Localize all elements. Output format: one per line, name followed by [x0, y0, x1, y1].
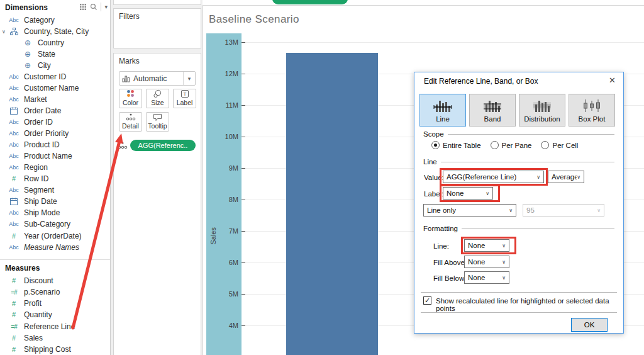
- field-p-scenario[interactable]: =#p.Scenario: [0, 286, 109, 298]
- view-as-grid-icon[interactable]: [79, 3, 87, 11]
- dialog-separator: [421, 312, 617, 313]
- label-button[interactable]: T Label: [173, 89, 196, 108]
- field-shipping-cost[interactable]: #Shipping Cost: [0, 344, 109, 355]
- dialog-titlebar[interactable]: Edit Reference Line, Band, or Box ✕: [414, 72, 623, 89]
- field-discount[interactable]: #Discount: [0, 275, 109, 286]
- field-reference-line[interactable]: =#Reference Line: [0, 321, 109, 332]
- field-segment[interactable]: AbcSegment: [0, 184, 109, 196]
- radio-per-cell[interactable]: Per Cell: [541, 141, 578, 149]
- shelf-cards-column: Filters Marks Automatic ▾ Color Size T L…: [111, 0, 203, 355]
- tab-line[interactable]: Line: [419, 94, 466, 127]
- value-dropdown-text: AGG(Reference Line): [447, 173, 516, 181]
- combo-caret-icon: ∨: [536, 174, 540, 180]
- field-city[interactable]: ⊕City: [0, 60, 109, 71]
- pane-menu-caret-icon[interactable]: ▾: [104, 4, 108, 10]
- line-style-dropdown[interactable]: Line only ∨: [423, 204, 516, 217]
- field-market[interactable]: AbcMarket: [0, 94, 109, 105]
- number-field-icon: #: [8, 175, 20, 183]
- radio-icon: [491, 141, 499, 149]
- field-label: City: [38, 61, 51, 70]
- tab-distribution[interactable]: Distribution: [519, 94, 565, 127]
- combo-caret-icon: ∨: [502, 243, 506, 249]
- bar-chart-icon: [122, 75, 130, 82]
- field-sales[interactable]: #Sales: [0, 332, 109, 344]
- field-row-id[interactable]: #Row ID: [0, 173, 109, 184]
- line-section-title: Line: [423, 158, 437, 166]
- y-axis-tick: [242, 74, 245, 74]
- hierarchy-icon: [8, 28, 20, 35]
- field-order-date[interactable]: Order Date: [0, 105, 109, 116]
- recalculated-line-checkbox[interactable]: ✓: [423, 296, 431, 305]
- value-dropdown[interactable]: AGG(Reference Line) ∨: [443, 171, 544, 183]
- search-icon[interactable]: [90, 3, 97, 11]
- sales-bar[interactable]: [286, 53, 378, 355]
- y-axis-tick-label: 8M: [208, 196, 238, 203]
- radio-entire-table[interactable]: Entire Table: [431, 141, 481, 149]
- detail-button[interactable]: Detail: [119, 112, 142, 132]
- field-customer-name[interactable]: AbcCustomer Name: [0, 82, 109, 94]
- filters-shelf[interactable]: Filters: [113, 8, 201, 48]
- field-profit[interactable]: #Profit: [0, 298, 109, 309]
- field-quantity[interactable]: #Quantity: [0, 309, 109, 320]
- size-label: Size: [151, 99, 164, 106]
- field-ship-date[interactable]: Ship Date: [0, 196, 109, 207]
- tab-box-plot[interactable]: Box Plot: [569, 94, 615, 127]
- distribution-tab-icon: [532, 98, 552, 113]
- fill-below-dropdown[interactable]: None ∨: [464, 271, 509, 284]
- band-tab-icon: [482, 98, 502, 113]
- number-field-icon: #: [8, 346, 20, 353]
- y-axis-tick: [242, 42, 245, 43]
- field-product-id[interactable]: AbcProduct ID: [0, 139, 109, 150]
- y-axis-tick-label: 6M: [208, 259, 238, 266]
- ok-button[interactable]: OK: [571, 318, 608, 332]
- calculated-number-field-icon: =#: [8, 324, 20, 330]
- data-pane: Dimensions ▾ AbcCategory ∨Country, State…: [0, 0, 111, 355]
- field-label: Quantity: [24, 310, 52, 319]
- tab-band[interactable]: Band: [469, 94, 516, 127]
- field-order-priority[interactable]: AbcOrder Priority: [0, 128, 109, 139]
- fill-above-label: Fill Above:: [433, 259, 467, 266]
- field-region[interactable]: AbcRegion: [0, 162, 109, 173]
- field-sub-category[interactable]: AbcSub-Category: [0, 218, 109, 230]
- detail-mark-icon: [118, 142, 128, 150]
- rows-shelf-pill-cutoff[interactable]: [272, 0, 348, 4]
- field-category[interactable]: AbcCategory: [0, 14, 109, 26]
- tab-label: Distribution: [524, 115, 560, 123]
- field-measure-names[interactable]: AbcMeasure Names: [0, 242, 109, 253]
- reference-line-pill[interactable]: AGG(Referenc..: [130, 140, 196, 151]
- calendar-icon: [8, 107, 20, 115]
- radio-label: Entire Table: [443, 142, 481, 149]
- label-dropdown[interactable]: None ∨: [443, 187, 493, 200]
- box-plot-tab-icon: [582, 98, 602, 113]
- size-button[interactable]: Size: [146, 89, 169, 108]
- radio-per-pane[interactable]: Per Pane: [491, 141, 532, 149]
- field-product-name[interactable]: AbcProduct Name: [0, 150, 109, 162]
- fill-above-text: None: [468, 258, 486, 266]
- close-icon[interactable]: ✕: [609, 76, 616, 85]
- color-button[interactable]: Color: [119, 89, 142, 108]
- format-line-dropdown[interactable]: None ∨: [464, 239, 509, 252]
- y-axis-tick: [242, 262, 245, 263]
- field-year-orderdate[interactable]: #Year (OrderDate): [0, 230, 109, 242]
- measures-divider: [0, 259, 110, 260]
- tooltip-label: Tooltip: [148, 122, 167, 130]
- label-label: Label: [177, 99, 193, 106]
- fill-above-dropdown[interactable]: None ∨: [464, 256, 509, 268]
- field-customer-id[interactable]: AbcCustomer ID: [0, 71, 109, 82]
- field-order-id[interactable]: AbcOrder ID: [0, 116, 109, 128]
- chevron-down-icon[interactable]: ∨: [2, 29, 8, 35]
- field-label: State: [38, 50, 55, 59]
- field-label: Order Priority: [24, 129, 69, 138]
- text-field-icon: Abc: [8, 164, 20, 171]
- aggregation-dropdown[interactable]: Average ∨: [548, 171, 584, 183]
- mark-type-dropdown[interactable]: Automatic ▾: [119, 71, 196, 86]
- tooltip-button[interactable]: Tooltip: [146, 112, 169, 132]
- field-country[interactable]: ⊕Country: [0, 37, 109, 48]
- y-axis-highlighted-drop-zone[interactable]: [206, 33, 242, 355]
- gridline: [242, 42, 644, 43]
- field-state[interactable]: ⊕State: [0, 48, 109, 60]
- field-country-state-city[interactable]: ∨Country, State, City: [0, 26, 109, 37]
- field-ship-mode[interactable]: AbcShip Mode: [0, 207, 109, 218]
- tab-label: Band: [484, 115, 501, 123]
- dimensions-title: Dimensions: [5, 3, 48, 12]
